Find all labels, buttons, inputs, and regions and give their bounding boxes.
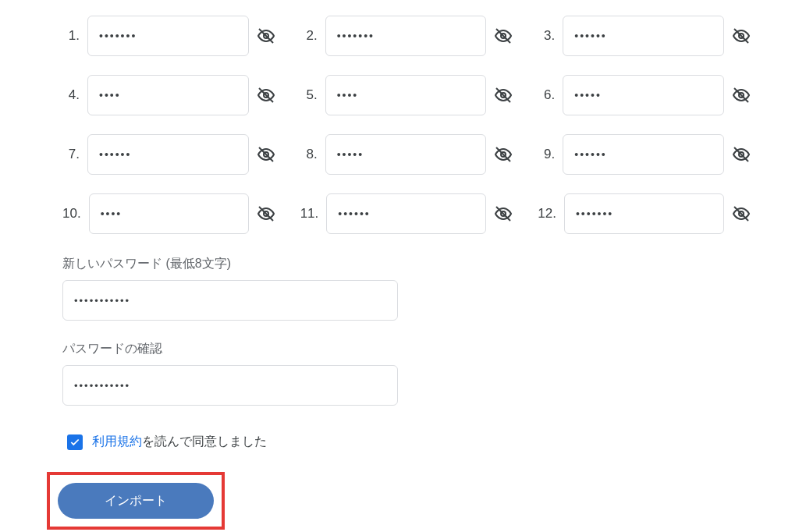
- seed-number: 12.: [538, 206, 556, 222]
- new-password-input[interactable]: [62, 280, 398, 321]
- seed-number: 11.: [300, 206, 319, 222]
- confirm-password-label: パスワードの確認: [62, 341, 737, 357]
- password-section: 新しいパスワード (最低8文字) パスワードの確認 利用規約を読んで同意しました…: [62, 256, 737, 530]
- seed-word-input-11[interactable]: [326, 193, 486, 234]
- new-password-label: 新しいパスワード (最低8文字): [62, 256, 737, 272]
- visibility-off-icon[interactable]: [494, 204, 513, 223]
- visibility-off-icon[interactable]: [257, 145, 275, 164]
- seed-cell: 4.: [62, 75, 275, 115]
- seed-number: 7.: [62, 147, 80, 162]
- seed-number: 6.: [538, 87, 555, 103]
- visibility-off-icon[interactable]: [494, 86, 513, 105]
- seed-cell: 2.: [300, 16, 513, 56]
- seed-phrase-grid: 1. 2. 3. 4. 5. 6.: [62, 16, 737, 234]
- terms-link[interactable]: 利用規約: [92, 434, 142, 448]
- seed-cell: 12.: [538, 193, 751, 234]
- import-button[interactable]: インポート: [58, 483, 214, 519]
- visibility-off-icon[interactable]: [494, 27, 513, 45]
- seed-number: 5.: [300, 87, 318, 103]
- seed-word-input-4[interactable]: [87, 75, 249, 115]
- confirm-password-input[interactable]: [62, 365, 398, 406]
- seed-cell: 7.: [62, 134, 275, 175]
- seed-number: 9.: [538, 147, 555, 162]
- seed-number: 4.: [62, 87, 80, 103]
- visibility-off-icon[interactable]: [257, 27, 275, 45]
- seed-word-input-6[interactable]: [563, 75, 724, 115]
- visibility-off-icon[interactable]: [494, 145, 513, 164]
- seed-word-input-2[interactable]: [325, 16, 487, 56]
- seed-number: 3.: [538, 28, 555, 44]
- seed-cell: 6.: [538, 75, 751, 115]
- seed-word-input-5[interactable]: [325, 75, 487, 115]
- seed-cell: 5.: [300, 75, 513, 115]
- seed-cell: 9.: [538, 134, 751, 175]
- terms-row: 利用規約を読んで同意しました: [67, 434, 737, 450]
- seed-word-input-8[interactable]: [325, 134, 487, 175]
- import-button-highlight: インポート: [47, 472, 225, 530]
- seed-cell: 11.: [300, 193, 513, 234]
- seed-word-input-9[interactable]: [563, 134, 724, 175]
- seed-word-input-7[interactable]: [87, 134, 249, 175]
- seed-number: 2.: [300, 28, 318, 44]
- visibility-off-icon[interactable]: [732, 27, 751, 45]
- seed-number: 10.: [62, 206, 81, 222]
- visibility-off-icon[interactable]: [732, 86, 751, 105]
- terms-checkbox[interactable]: [67, 434, 83, 450]
- seed-cell: 1.: [62, 16, 275, 56]
- seed-number: 8.: [300, 147, 318, 162]
- seed-word-input-1[interactable]: [87, 16, 249, 56]
- terms-suffix: を読んで同意しました: [142, 434, 267, 448]
- seed-cell: 10.: [62, 193, 275, 234]
- terms-text: 利用規約を読んで同意しました: [92, 434, 267, 450]
- seed-cell: 8.: [300, 134, 513, 175]
- seed-word-input-12[interactable]: [564, 193, 724, 234]
- visibility-off-icon[interactable]: [257, 204, 275, 223]
- visibility-off-icon[interactable]: [732, 204, 751, 223]
- seed-word-input-3[interactable]: [563, 16, 724, 56]
- visibility-off-icon[interactable]: [257, 86, 275, 105]
- seed-cell: 3.: [538, 16, 751, 56]
- seed-word-input-10[interactable]: [89, 193, 249, 234]
- visibility-off-icon[interactable]: [732, 145, 751, 164]
- seed-number: 1.: [62, 28, 80, 44]
